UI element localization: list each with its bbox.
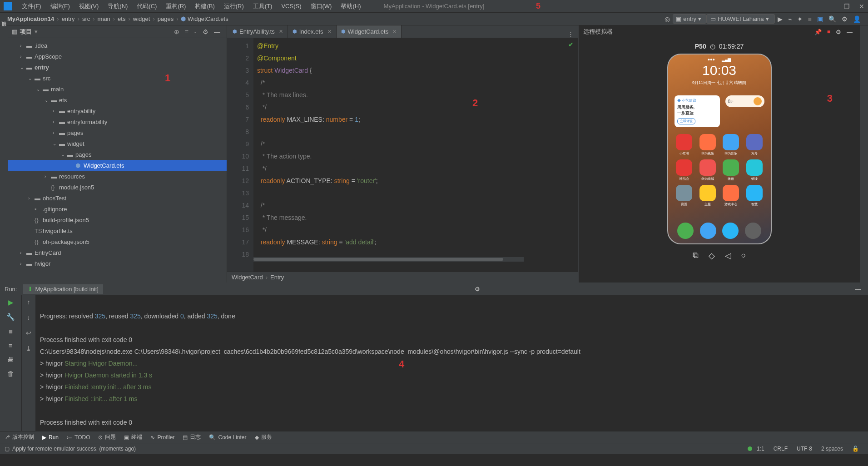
codelinter-button[interactable]: 🔍 Code Linter bbox=[209, 434, 246, 441]
tree-row[interactable]: ›▬ pages bbox=[8, 127, 227, 138]
app-icon[interactable]: 华为音乐 bbox=[721, 134, 741, 156]
vcs-button[interactable]: ⎇ 版本控制 bbox=[4, 433, 34, 441]
target-icon[interactable]: ◎ bbox=[662, 15, 673, 23]
tree-row[interactable]: ⌄▬ src bbox=[8, 73, 227, 84]
project-stripe-button[interactable]: 项目 bbox=[0, 27, 7, 33]
rotate-icon[interactable]: ◇ bbox=[709, 251, 715, 261]
tab-index[interactable]: ⬢Index.ets✕ bbox=[288, 25, 337, 38]
tree-row[interactable]: ›▬ entryformability bbox=[8, 116, 227, 127]
event-log-icon[interactable]: ▢ bbox=[5, 446, 10, 452]
code-lines[interactable]: @Entry@Componentstruct WidgetCard { /* *… bbox=[253, 38, 578, 272]
hide-icon[interactable]: — bbox=[852, 286, 863, 292]
gear-icon[interactable]: ⚙ bbox=[833, 29, 844, 35]
profiler-button[interactable]: ∿ Profiler bbox=[150, 434, 174, 441]
app-icon[interactable]: 智慧 bbox=[744, 185, 764, 207]
device-select[interactable]: ▭HUAWEI Lahaina ▾ bbox=[706, 14, 774, 24]
close-icon[interactable]: ✕ bbox=[327, 29, 332, 35]
todo-button[interactable]: ≔ TODO bbox=[67, 434, 90, 441]
tree-row[interactable]: ⌄▬ pages bbox=[8, 149, 227, 160]
menu-vcs[interactable]: VCS(S) bbox=[277, 3, 306, 10]
crumb-item[interactable]: WidgetCard bbox=[232, 274, 263, 281]
collapse-icon[interactable]: ≡ bbox=[182, 28, 191, 35]
app-icon[interactable]: 设置 bbox=[675, 185, 694, 207]
tree-row[interactable]: ▪ .gitignore bbox=[8, 203, 227, 214]
gear-icon[interactable]: ⚙ bbox=[200, 28, 211, 35]
app-icon[interactable]: 方舟 bbox=[744, 134, 764, 156]
app-icon[interactable]: 畅读 bbox=[744, 159, 764, 181]
run-button[interactable]: ▶ bbox=[775, 15, 785, 23]
hide-icon[interactable]: — bbox=[211, 28, 223, 35]
app-icon[interactable]: 微信 bbox=[721, 159, 741, 181]
menu-view[interactable]: 视图(V) bbox=[74, 2, 103, 10]
breadcrumb[interactable]: ⬢ WidgetCard.ets bbox=[178, 15, 231, 22]
app-icon[interactable]: 主题 bbox=[698, 185, 718, 207]
console[interactable]: 4Progress: resolved 325, reused 325, dow… bbox=[35, 295, 868, 431]
menu-tools[interactable]: 工具(T) bbox=[248, 2, 277, 10]
caret-position[interactable]: 1:1 bbox=[752, 446, 769, 452]
project-tree[interactable]: 1 ›▬ .idea›▬ AppScope⌄▬ entry⌄▬ src⌄▬ ma… bbox=[8, 38, 227, 283]
menu-code[interactable]: 代码(C) bbox=[132, 2, 161, 10]
encoding[interactable]: UTF-8 bbox=[792, 446, 817, 452]
menu-file[interactable]: 文件(F) bbox=[17, 2, 46, 10]
print-icon[interactable]: 🖶 bbox=[7, 356, 14, 363]
tree-row[interactable]: {} module.json5 bbox=[8, 182, 227, 193]
tree-row[interactable]: TS hvigorfile.ts bbox=[8, 225, 227, 236]
stop-icon[interactable]: ■ bbox=[9, 327, 13, 335]
stop-button[interactable]: ■ bbox=[805, 15, 814, 23]
close-icon[interactable]: ✕ bbox=[392, 29, 397, 35]
folder-icon[interactable]: ▣ bbox=[814, 15, 826, 23]
tree-row[interactable]: ›▬ EntryCard bbox=[8, 247, 227, 258]
debug-button[interactable]: ⌁ bbox=[785, 15, 794, 23]
dock-icon[interactable] bbox=[700, 223, 716, 239]
layout-icon[interactable]: ≡ bbox=[9, 342, 13, 349]
app-icon[interactable]: 唯品会 bbox=[675, 159, 694, 181]
minimize-button[interactable]: — bbox=[828, 3, 835, 10]
widget-pill[interactable]: 0步 bbox=[725, 95, 764, 107]
dock-icon[interactable] bbox=[745, 223, 761, 239]
coverage-button[interactable]: ✦ bbox=[794, 15, 805, 23]
breadcrumb[interactable]: pages bbox=[155, 15, 176, 22]
menu-edit[interactable]: 编辑(E) bbox=[46, 2, 74, 10]
breadcrumb[interactable]: entry bbox=[59, 15, 78, 22]
dock-icon[interactable] bbox=[677, 223, 694, 239]
down-icon[interactable]: ↓ bbox=[27, 314, 30, 321]
screenshot-icon[interactable]: ⧉ bbox=[693, 251, 699, 261]
problems-button[interactable]: ⊘ 问题 bbox=[98, 433, 116, 441]
app-icon[interactable]: 小红书 bbox=[675, 134, 694, 156]
maximize-button[interactable]: ❐ bbox=[844, 3, 850, 10]
menu-window[interactable]: 窗口(W) bbox=[306, 2, 337, 10]
close-button[interactable]: ✕ bbox=[859, 3, 864, 10]
back-icon[interactable]: ◁ bbox=[725, 251, 731, 261]
menu-refactor[interactable]: 重构(R) bbox=[161, 2, 190, 10]
tree-row[interactable]: ⬢ WidgetCard.ets bbox=[8, 160, 227, 171]
hide-icon[interactable]: — bbox=[844, 29, 855, 35]
log-button[interactable]: ▤ 日志 bbox=[183, 433, 201, 441]
tree-row[interactable]: ⌄▬ entry bbox=[8, 62, 227, 73]
breadcrumb[interactable]: widget bbox=[130, 15, 153, 22]
search-icon[interactable]: 🔍 bbox=[826, 15, 839, 23]
menu-build[interactable]: 构建(B) bbox=[190, 2, 219, 10]
tree-row[interactable]: ›▬ .idea bbox=[8, 40, 227, 51]
run-panel-tab[interactable]: ⬇MyApplication [build init] bbox=[23, 284, 103, 294]
lock-icon[interactable]: 🔓 bbox=[848, 446, 863, 452]
stop-emulator-button[interactable]: ■ bbox=[824, 29, 833, 35]
breadcrumb[interactable]: main bbox=[95, 15, 113, 22]
tree-row[interactable]: ›▬ hvigor bbox=[8, 258, 227, 269]
tree-row[interactable]: {} oh-package.json5 bbox=[8, 236, 227, 247]
horizontal-scrollbar[interactable] bbox=[253, 257, 524, 262]
up-icon[interactable]: ↑ bbox=[27, 298, 30, 306]
breadcrumb[interactable]: ets bbox=[115, 15, 128, 22]
pin-icon[interactable]: 📌 bbox=[812, 29, 824, 35]
tree-row[interactable]: ⌄▬ main bbox=[8, 84, 227, 94]
settings-icon[interactable]: ⚙ bbox=[839, 15, 850, 23]
code-area[interactable]: ✔ 2 123456789101112131415161718 @Entry@C… bbox=[227, 38, 578, 272]
run-config-select[interactable]: ▣entry ▾ bbox=[673, 14, 706, 24]
tree-row[interactable]: ›▬ entryability bbox=[8, 105, 227, 116]
tab-widgetcard[interactable]: ⬢WidgetCard.ets✕ bbox=[337, 25, 402, 38]
locate-icon[interactable]: ⊕ bbox=[171, 28, 182, 35]
tree-row[interactable]: {} build-profile.json5 bbox=[8, 214, 227, 225]
tree-row[interactable]: ⌄▬ widget bbox=[8, 138, 227, 149]
menu-help[interactable]: 帮助(H) bbox=[336, 2, 365, 10]
tabs-more-icon[interactable]: ⋮ bbox=[563, 31, 578, 38]
tree-row[interactable]: ›▬ ohosTest bbox=[8, 193, 227, 203]
